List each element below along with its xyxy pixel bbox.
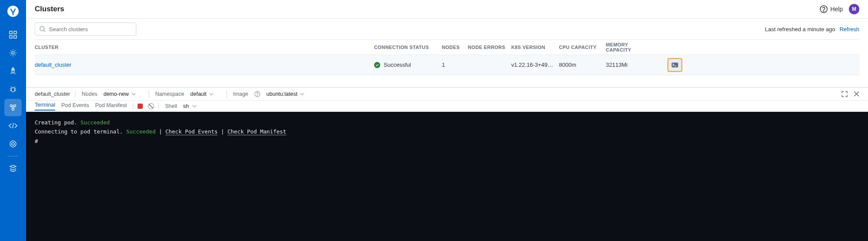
svg-rect-16 <box>672 62 678 67</box>
toolbar: Last refreshed a minute ago Refresh <box>26 19 868 39</box>
nodes-label: Nodes <box>82 91 97 97</box>
search-input[interactable] <box>49 26 132 33</box>
tab-terminal[interactable]: Terminal <box>35 102 55 111</box>
namespace-label: Namespace <box>155 91 184 97</box>
nav-settings-gear[interactable] <box>4 44 22 62</box>
check-pod-manifest-link[interactable]: Check Pod Manifest <box>227 128 286 135</box>
status-success-icon <box>374 62 380 68</box>
last-refreshed-text: Last refreshed a minute ago <box>765 26 835 33</box>
terminal-panel: default_cluster Nodes demo-new Namespace… <box>26 87 868 241</box>
tab-pod-events[interactable]: Pod Events <box>61 102 89 110</box>
help-label: Help <box>830 6 843 13</box>
cell-k8s: v1.22.16-3+49… <box>511 62 559 68</box>
table-row[interactable]: default_cluster Successful 1 v1.22.16-3+… <box>35 55 859 75</box>
user-avatar[interactable]: M <box>849 4 859 14</box>
close-icon[interactable] <box>854 91 859 97</box>
terminal-button[interactable] <box>667 58 682 72</box>
nav-bug[interactable] <box>4 81 22 98</box>
chevron-down-icon <box>192 105 197 107</box>
nav-deploy[interactable] <box>4 62 22 80</box>
check-pod-events-link[interactable]: Check Pod Events <box>165 128 217 135</box>
svg-point-12 <box>10 141 16 147</box>
svg-point-15 <box>40 26 44 31</box>
nav-clusters[interactable] <box>4 99 22 116</box>
nav-stack[interactable] <box>4 160 22 177</box>
panel-cluster-name: default_cluster <box>35 91 76 97</box>
col-cpu: CPU Capacity <box>559 45 606 50</box>
terminal-prompt: # <box>35 137 859 146</box>
terminal-output[interactable]: Creating pod. Succeeded Connecting to po… <box>26 112 868 241</box>
namespace-select[interactable]: default <box>191 91 221 97</box>
cluster-name-link[interactable]: default_cluster <box>35 62 72 68</box>
col-node-errors: Node Errors <box>468 45 511 50</box>
refresh-link[interactable]: Refresh <box>839 26 859 33</box>
svg-point-14 <box>824 11 824 11</box>
col-nodes: Nodes <box>442 45 468 50</box>
svg-point-11 <box>12 143 14 145</box>
col-status: Connection Status <box>374 45 442 50</box>
page-header: Clusters Help M <box>26 0 868 19</box>
svg-rect-2 <box>14 31 16 34</box>
chevron-down-icon <box>132 93 136 95</box>
cell-mem: 32113Mi <box>606 62 654 68</box>
nav-code[interactable] <box>4 117 22 134</box>
page-title: Clusters <box>35 5 820 13</box>
chevron-down-icon <box>300 93 304 95</box>
cell-nodes: 1 <box>442 62 468 68</box>
sidebar-divider <box>7 156 19 156</box>
tab-pod-manifest[interactable]: Pod Manifest <box>95 102 127 110</box>
app-logo[interactable] <box>7 5 19 17</box>
shell-select[interactable]: sh <box>183 103 197 109</box>
nav-dashboard[interactable] <box>4 26 22 43</box>
cell-cpu: 8000m <box>559 62 606 68</box>
col-k8s-version: K8s Version <box>511 45 559 50</box>
svg-point-7 <box>11 88 15 92</box>
help-button[interactable]: Help <box>820 5 843 13</box>
chevron-down-icon <box>209 93 214 95</box>
clear-icon[interactable] <box>148 103 154 109</box>
expand-icon[interactable] <box>842 91 848 97</box>
help-circle-icon[interactable] <box>254 91 260 97</box>
svg-point-6 <box>13 69 14 71</box>
search-input-wrap[interactable] <box>35 23 136 36</box>
svg-point-18 <box>257 95 257 96</box>
nav-admin-gear[interactable] <box>4 135 22 153</box>
col-mem: Memory Capacity <box>606 42 654 52</box>
search-icon <box>39 26 46 32</box>
status-text: Successful <box>384 62 411 68</box>
svg-rect-1 <box>10 31 12 34</box>
image-label: Image <box>233 91 248 97</box>
svg-rect-4 <box>14 36 16 38</box>
svg-point-5 <box>12 52 14 54</box>
nodes-select[interactable]: demo-new <box>103 91 142 97</box>
table-header: Cluster Connection Status Nodes Node Err… <box>35 39 859 55</box>
svg-rect-3 <box>10 36 12 38</box>
shell-label: Shell <box>165 103 177 109</box>
col-cluster: Cluster <box>35 45 374 50</box>
stop-icon[interactable] <box>138 104 143 109</box>
image-select[interactable]: ubuntu:latest <box>266 91 312 97</box>
left-sidebar <box>0 0 26 241</box>
